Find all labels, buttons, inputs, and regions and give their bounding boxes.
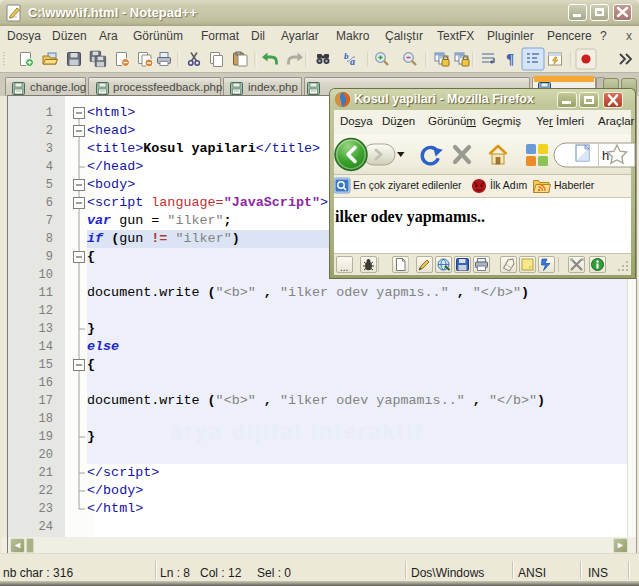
svg-text:b: b [344, 51, 349, 61]
svg-text:h: h [602, 148, 609, 163]
svg-text:¶: ¶ [506, 51, 514, 67]
